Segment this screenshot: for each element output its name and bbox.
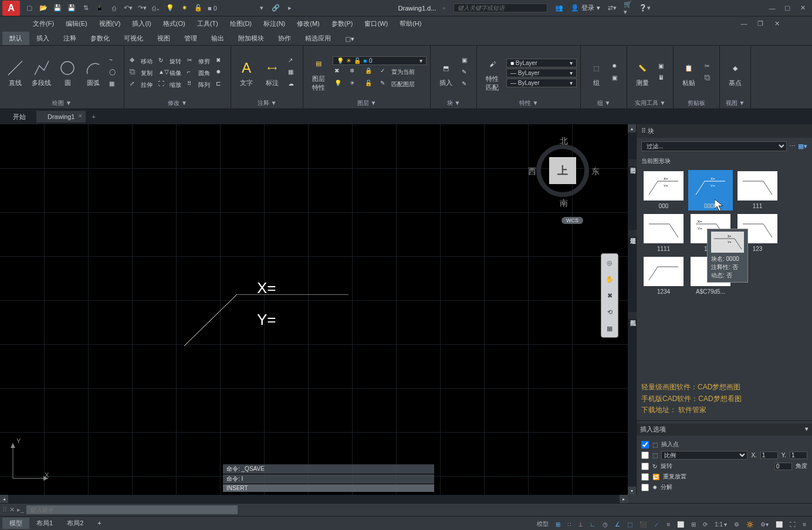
block-item[interactable]: 1234 <box>641 256 686 296</box>
saveas-icon[interactable]: 💾 <box>67 4 76 13</box>
status-scale[interactable]: 1:1▾ <box>712 520 729 529</box>
lock-icon[interactable]: 🔓 <box>194 4 203 13</box>
new-icon[interactable]: ▢ <box>25 4 34 13</box>
arc-button[interactable]: 圆弧 <box>82 57 105 89</box>
redo-icon[interactable]: ↷▾ <box>137 4 147 13</box>
layout-tab-2[interactable]: 布局2 <box>60 518 90 529</box>
linetype-dropdown[interactable]: — ByLayer ▾ <box>506 79 577 87</box>
basepoint-button[interactable]: ◆基点 <box>723 57 747 89</box>
ribbon-tab-parametric[interactable]: 参数化 <box>83 32 117 45</box>
selectall-button[interactable]: ▣ <box>657 62 669 73</box>
search-input[interactable] <box>454 4 547 12</box>
scale-button[interactable]: ⛶缩放 <box>157 80 183 90</box>
laythw-button[interactable]: ☀ <box>348 79 361 90</box>
filter-view-icon[interactable]: ▦▾ <box>798 142 807 150</box>
paste-button[interactable]: 📋粘贴 <box>677 57 701 89</box>
table-button[interactable]: ▦ <box>286 68 299 79</box>
status-model[interactable]: 模型 <box>534 519 551 529</box>
layfrz-button[interactable]: ❄ <box>348 67 361 77</box>
edit-block-button[interactable]: ✎ <box>460 68 473 79</box>
move-button[interactable]: ✥移动 <box>128 56 154 67</box>
plot-icon[interactable]: ⎙ <box>109 4 119 13</box>
doc-minimize[interactable]: — <box>737 18 751 29</box>
bulb-dim-icon[interactable]: ✷ <box>180 4 189 13</box>
menu-help[interactable]: 帮助(H) <box>395 18 426 29</box>
canvas-scroll-v[interactable]: ▴ ▾ <box>628 124 636 495</box>
status-gear[interactable]: ⚙ <box>732 520 742 529</box>
share-icon[interactable]: 🔗 <box>271 4 280 13</box>
status-ortho[interactable]: ∟ <box>588 520 598 529</box>
block-item[interactable]: X=Y=0000 <box>688 170 733 210</box>
cmd-grip-icon[interactable]: ⠿ <box>2 506 7 514</box>
status-iso[interactable]: ∠ <box>613 520 622 529</box>
nav-wheel-button[interactable]: ◎ <box>603 256 616 269</box>
print-icon[interactable]: ⎙▾ <box>151 4 161 13</box>
dim-button[interactable]: ⟷标注 <box>260 57 284 89</box>
status-infer[interactable]: ⊥ <box>576 520 586 529</box>
ungroup-button[interactable]: ✸ <box>610 62 623 73</box>
opt-repeat-check[interactable] <box>641 473 649 481</box>
tab-add-button[interactable]: + <box>86 111 101 123</box>
spline-button[interactable]: ~ <box>107 56 120 67</box>
status-grid[interactable]: ⊞ <box>553 520 563 529</box>
ribbon-tab-view[interactable]: 视图 <box>150 32 177 45</box>
polyline-button[interactable]: 多段线 <box>29 57 53 89</box>
cart-icon[interactable]: 🛒▾ <box>624 4 633 13</box>
scroll-left[interactable]: ◂ <box>0 495 8 503</box>
minimize-button[interactable]: — <box>765 3 779 13</box>
text-button[interactable]: A文字 <box>235 57 258 89</box>
menu-edit[interactable]: 编辑(E) <box>61 18 92 29</box>
menu-dim[interactable]: 标注(N) <box>259 18 290 29</box>
block-item[interactable]: X=Y=000 <box>641 170 686 210</box>
status-quickprops[interactable]: ⊞ <box>689 520 698 529</box>
scroll-down[interactable]: ▾ <box>628 487 636 495</box>
ribbon-tab-manage[interactable]: 管理 <box>177 32 204 45</box>
status-lwt[interactable]: ≡ <box>664 520 672 529</box>
status-custom[interactable]: ≡ <box>800 520 808 529</box>
menu-param[interactable]: 参数(P) <box>327 18 358 29</box>
laymatch-button[interactable]: ✎匹配图层 <box>378 79 417 90</box>
viewcube-top[interactable]: 上 <box>549 157 576 184</box>
scroll-up[interactable]: ▴ <box>628 124 636 132</box>
ribbon-tab-extras[interactable]: ▢▾ <box>338 33 361 45</box>
layon-button[interactable]: 💡 <box>333 79 346 90</box>
qat-dd-icon[interactable]: ▾ <box>257 4 266 13</box>
nav-zoom-button[interactable]: ✖ <box>603 289 616 302</box>
status-3dosnap[interactable]: ⬛ <box>637 520 649 529</box>
mirror-button[interactable]: ▲▽镜像 <box>157 68 183 79</box>
viewcube-east[interactable]: 东 <box>591 167 600 177</box>
doc-close[interactable]: ✕ <box>770 18 784 29</box>
save-icon[interactable]: 💾 <box>53 4 62 13</box>
viewcube-west[interactable]: 西 <box>528 167 536 177</box>
status-cleanscreen[interactable]: ⛶ <box>787 520 798 529</box>
layer-dropdown[interactable]: 💡☀🔓■0▾ <box>333 56 427 65</box>
status-snap[interactable]: ∷ <box>565 520 573 529</box>
status-otrack[interactable]: ⟋ <box>651 520 662 529</box>
circle-button[interactable]: 圆 <box>56 57 79 89</box>
scale-y-input[interactable] <box>790 451 807 459</box>
open-icon[interactable]: 📂 <box>39 4 48 13</box>
filter-dropdown[interactable]: 过滤... <box>641 141 787 151</box>
scroll-right[interactable]: ▸ <box>620 495 628 503</box>
trim-button[interactable]: ✂修剪 <box>185 56 212 67</box>
create-block-button[interactable]: ▣ <box>460 56 473 67</box>
menu-insert[interactable]: 插入(I) <box>127 18 155 29</box>
menu-modify[interactable]: 修改(M) <box>292 18 324 29</box>
layout-tab-1[interactable]: 布局1 <box>29 518 60 529</box>
matchprops-button[interactable]: 🖌特性 匹配 <box>481 53 504 93</box>
viewcube-south[interactable]: 南 <box>560 198 568 209</box>
status-polar[interactable]: ◷ <box>600 520 610 529</box>
undo-icon[interactable]: ↶▾ <box>123 4 133 13</box>
layunlock-button[interactable]: 🔓 <box>363 79 376 90</box>
a360-icon[interactable]: 👥 <box>554 4 564 13</box>
ribbon-tab-annotate[interactable]: 注释 <box>56 32 83 45</box>
wcs-badge[interactable]: WCS <box>561 217 583 224</box>
drawing-canvas[interactable]: 上 北 南 西 东 WCS X= Y= Y X ◎ ✋ ✖ ⟲ ▦ 命令: <box>0 124 628 495</box>
cmd-close-icon[interactable]: ✕ <box>9 506 15 514</box>
opt-explode-check[interactable] <box>641 484 649 491</box>
leader-button[interactable]: ↗ <box>286 56 299 67</box>
array-button[interactable]: ⠿阵列 <box>185 80 212 90</box>
insert-options-title[interactable]: 插入选项▾ <box>637 423 812 436</box>
ribbon-tab-featured[interactable]: 精选应用 <box>298 32 338 45</box>
menu-view[interactable]: 视图(V) <box>94 18 126 29</box>
